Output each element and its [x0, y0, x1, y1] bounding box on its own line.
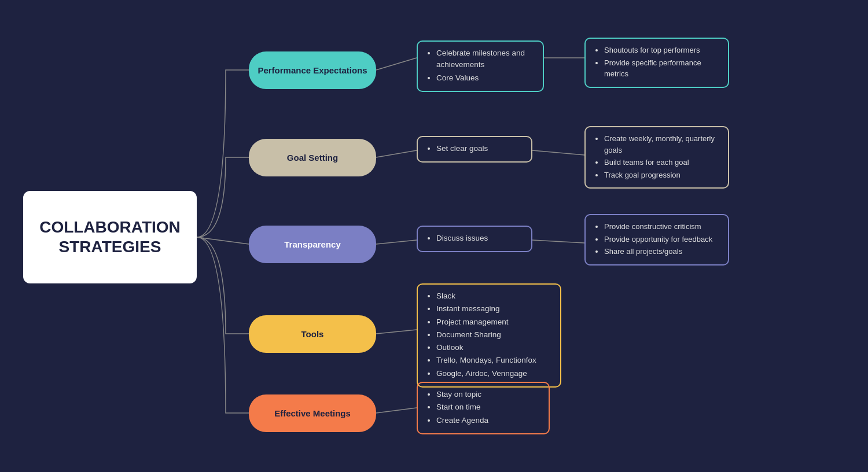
l2-performance-list: Celebrate milestones and achievements Co…	[426, 47, 535, 84]
l2-goal-list: Set clear goals	[426, 143, 523, 154]
l3-transparency-list: Provide constructive criticism Provide o…	[594, 221, 720, 257]
l2-transparency: Discuss issues	[417, 226, 532, 252]
branch-meetings: Effective Meetings	[249, 394, 376, 432]
svg-line-5	[532, 240, 584, 243]
branch-performance: Performance Expectations	[249, 51, 376, 89]
svg-line-3	[532, 150, 584, 155]
l2-meetings-list: Stay on topic Start on time Create Agend…	[426, 389, 540, 426]
svg-line-4	[376, 240, 417, 244]
branch-goal-setting: Goal Setting	[249, 139, 376, 176]
branch-transparency: Transparency	[249, 226, 376, 263]
l2-performance: Celebrate milestones and achievements Co…	[417, 40, 544, 92]
l2-tools-list: Slack Instant messaging Project manageme…	[426, 290, 552, 379]
svg-line-0	[376, 58, 417, 70]
l2-goal-setting: Set clear goals	[417, 136, 532, 163]
l2-transparency-list: Discuss issues	[426, 233, 523, 244]
central-title: COLLABORATIONSTRATEGIES	[39, 217, 181, 256]
svg-line-6	[376, 330, 417, 334]
svg-line-7	[376, 408, 417, 413]
l3-transparency: Provide constructive criticism Provide o…	[584, 214, 729, 266]
l3-performance-list: Shoutouts for top performers Provide spe…	[594, 45, 720, 80]
l3-goal-setting: Create weekly, monthly, quarterly goals …	[584, 126, 729, 189]
central-node: COLLABORATIONSTRATEGIES	[23, 191, 197, 283]
svg-line-2	[376, 150, 417, 157]
l3-goal-list: Create weekly, monthly, quarterly goals …	[594, 133, 720, 180]
l2-tools: Slack Instant messaging Project manageme…	[417, 283, 561, 388]
branch-tools: Tools	[249, 315, 376, 353]
l2-meetings: Stay on topic Start on time Create Agend…	[417, 382, 550, 434]
l3-performance: Shoutouts for top performers Provide spe…	[584, 38, 729, 88]
mind-map: COLLABORATIONSTRATEGIES Performance Expe…	[0, 0, 868, 472]
